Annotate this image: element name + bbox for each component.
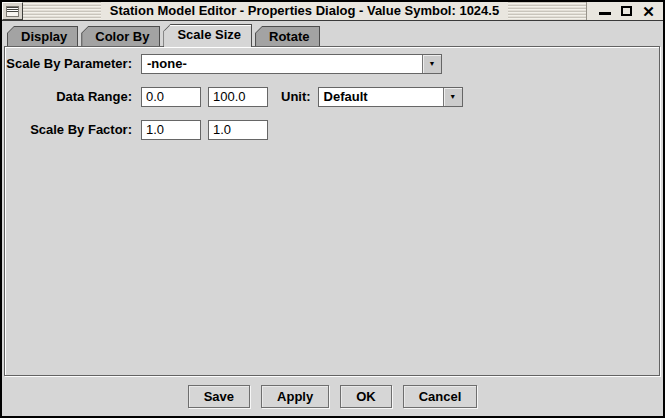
scale-by-factor-label: Scale By Factor: — [5, 122, 132, 137]
tab-scale-size[interactable]: Scale Size — [163, 24, 252, 47]
ok-button[interactable]: OK — [340, 385, 392, 408]
window-controls: ✕ — [586, 2, 663, 20]
tab-display[interactable]: Display — [7, 26, 78, 46]
maximize-button[interactable] — [619, 4, 634, 19]
cancel-button[interactable]: Cancel — [403, 385, 478, 408]
tab-display-label: Display — [8, 27, 77, 46]
scale-by-parameter-value: -none- — [142, 55, 422, 73]
titlebar: Station Model Editor - Properties Dialog… — [2, 2, 663, 21]
data-range-label: Data Range: — [5, 89, 132, 104]
scale-size-tab-panel: Scale By Parameter: -none- ▼ Data Range:… — [4, 46, 660, 376]
scale-by-factor-second-input[interactable] — [208, 120, 268, 140]
close-button[interactable]: ✕ — [641, 4, 656, 19]
titlebar-stripes: Station Model Editor - Properties Dialog… — [23, 2, 586, 20]
tab-rotate-label: Rotate — [256, 27, 319, 46]
scale-by-factor-row: Scale By Factor: — [5, 119, 659, 140]
tab-rotate[interactable]: Rotate — [255, 26, 320, 46]
window-menu-button[interactable] — [2, 2, 23, 20]
chevron-down-icon[interactable]: ▼ — [422, 55, 441, 73]
minimize-icon — [599, 12, 611, 15]
tab-bar: Display Color By Scale Size Rotate — [7, 26, 663, 46]
data-range-min-input[interactable] — [141, 87, 201, 107]
scale-by-parameter-label: Scale By Parameter: — [5, 56, 132, 71]
unit-value: Default — [319, 88, 443, 106]
close-icon: ✕ — [642, 4, 655, 19]
tab-scale-size-label: Scale Size — [164, 25, 251, 47]
tab-color-by[interactable]: Color By — [81, 26, 160, 46]
properties-dialog-window: Station Model Editor - Properties Dialog… — [0, 0, 665, 418]
unit-label: Unit: — [281, 89, 311, 104]
chevron-down-icon[interactable]: ▼ — [443, 88, 462, 106]
button-bar: Save Apply OK Cancel — [2, 385, 663, 408]
window-menu-icon — [6, 6, 19, 17]
tab-color-by-label: Color By — [82, 27, 159, 46]
apply-button[interactable]: Apply — [261, 385, 329, 408]
save-button[interactable]: Save — [188, 385, 250, 408]
scale-by-parameter-row: Scale By Parameter: -none- ▼ — [5, 53, 659, 74]
scale-by-parameter-combobox[interactable]: -none- ▼ — [141, 54, 442, 74]
scale-by-factor-first-input[interactable] — [141, 120, 201, 140]
unit-combobox[interactable]: Default ▼ — [318, 87, 463, 107]
data-range-row: Data Range: Unit: Default ▼ — [5, 86, 659, 107]
maximize-icon — [621, 6, 632, 16]
window-title: Station Model Editor - Properties Dialog… — [101, 2, 508, 20]
minimize-button[interactable] — [597, 4, 612, 19]
data-range-max-input[interactable] — [208, 87, 268, 107]
